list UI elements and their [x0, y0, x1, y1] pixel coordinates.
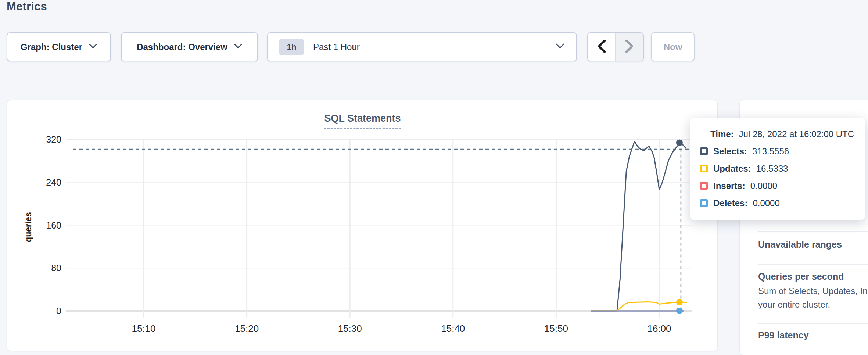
now-button[interactable]: Now	[651, 32, 695, 61]
tooltip-series-value: 0.0000	[753, 198, 779, 208]
svg-text:15:50: 15:50	[544, 323, 568, 334]
tooltip-series-value: 16.5333	[756, 164, 788, 174]
divider	[758, 231, 868, 232]
tooltip-time-row: Time: Jul 28, 2022 at 16:02:00 UTC	[690, 129, 865, 139]
tooltip-time-value: Jul 28, 2022 at 16:02:00 UTC	[739, 129, 854, 139]
time-step-buttons	[587, 32, 644, 61]
tooltip-series-value: 0.0000	[750, 181, 777, 191]
graph-dropdown-label: Graph: Cluster	[21, 42, 82, 52]
svg-text:0: 0	[56, 306, 61, 316]
chart-hover-tooltip: Time: Jul 28, 2022 at 16:02:00 UTC Selec…	[690, 118, 865, 220]
svg-text:15:10: 15:10	[132, 323, 155, 334]
previous-time-button[interactable]	[588, 33, 616, 61]
svg-text:15:30: 15:30	[338, 323, 362, 334]
chevron-down-icon	[556, 43, 564, 50]
graph-dropdown[interactable]: Graph: Cluster	[7, 32, 111, 61]
divider	[758, 264, 868, 265]
svg-text:320: 320	[46, 134, 61, 144]
svg-text:80: 80	[51, 263, 61, 273]
now-button-label: Now	[664, 42, 682, 52]
tooltip-series-row: Updates: 16.5333	[690, 163, 865, 174]
tooltip-series-row: Deletes: 0.0000	[690, 198, 865, 208]
dashboard-dropdown-label: Dashboard: Overview	[137, 42, 227, 52]
svg-text:15:40: 15:40	[441, 323, 465, 334]
svg-text:queries: queries	[24, 212, 33, 242]
sidebar-item-description-line: Sum of Selects, Updates, Inserts and Del…	[758, 286, 868, 296]
tooltip-series-row: Selects: 313.5556	[690, 146, 865, 157]
selects-swatch-icon	[700, 147, 708, 155]
sql-statements-plot[interactable]: 08016024032015:1015:2015:3015:4015:5016:…	[7, 100, 718, 351]
tooltip-series-label: Updates:	[713, 164, 751, 174]
dashboard-dropdown[interactable]: Dashboard: Overview	[121, 32, 258, 61]
time-range-badge: 1h	[279, 39, 304, 55]
page-title: Metrics	[7, 0, 47, 13]
deletes-swatch-icon	[700, 199, 708, 207]
tooltip-series-label: Deletes:	[713, 198, 747, 208]
next-time-button[interactable]	[616, 33, 643, 61]
chevron-left-icon	[598, 40, 606, 54]
tooltip-time-label: Time:	[710, 129, 734, 139]
svg-text:15:20: 15:20	[235, 323, 259, 334]
sidebar-item-unavailable-ranges: Unavailable ranges	[758, 239, 842, 250]
sql-statements-chart-card: SQL Statements 08016024032015:1015:2015:…	[7, 100, 718, 351]
time-range-selector[interactable]: 1h Past 1 Hour	[267, 32, 577, 61]
svg-text:16:00: 16:00	[647, 323, 671, 334]
tooltip-series-label: Selects:	[713, 146, 747, 157]
divider	[758, 323, 868, 324]
tooltip-series-row: Inserts: 0.0000	[690, 180, 865, 191]
time-range-label: Past 1 Hour	[313, 42, 360, 52]
chevron-down-icon	[234, 44, 242, 50]
tooltip-series-label: Inserts:	[713, 181, 745, 191]
svg-text:160: 160	[46, 220, 61, 230]
chevron-down-icon	[89, 44, 97, 50]
inserts-swatch-icon	[700, 182, 708, 190]
sidebar-item-description-line: your entire cluster.	[758, 300, 830, 310]
sidebar-item-p99-latency: P99 latency	[758, 330, 809, 341]
updates-swatch-icon	[700, 165, 708, 172]
sidebar-item-queries-per-second: Queries per second	[758, 271, 844, 282]
chevron-right-icon	[625, 40, 634, 54]
svg-text:240: 240	[46, 177, 61, 187]
tooltip-series-value: 313.5556	[752, 146, 789, 157]
